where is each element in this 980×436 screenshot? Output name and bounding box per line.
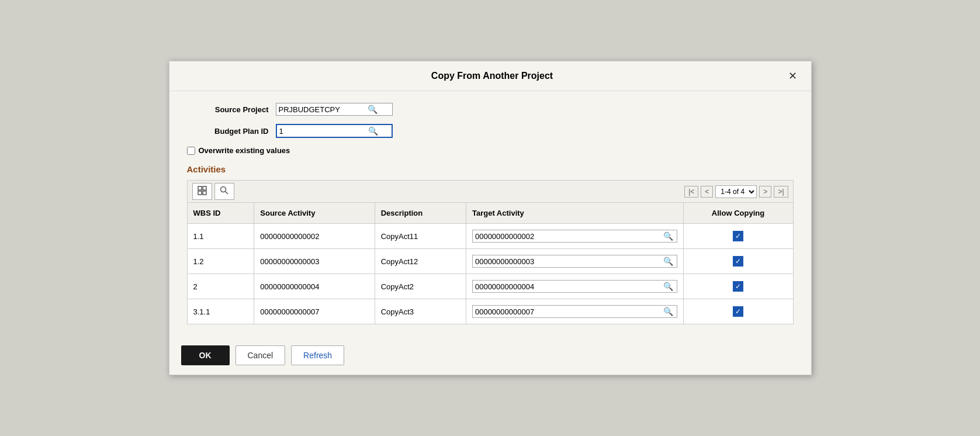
- overwrite-label: Overwrite existing values: [199, 146, 290, 155]
- cell-allow-copying-1: ✓: [683, 249, 793, 274]
- ok-button[interactable]: OK: [181, 345, 230, 365]
- cell-description-0: CopyAct11: [375, 224, 466, 249]
- target-activity-input-3[interactable]: [475, 307, 662, 316]
- budget-plan-id-row: Budget Plan ID 🔍: [187, 124, 794, 138]
- table-row: 2 00000000000004 CopyAct2 🔍 ✓: [187, 274, 793, 299]
- svg-rect-2: [198, 191, 202, 195]
- overwrite-row: Overwrite existing values: [187, 146, 794, 155]
- search-toolbar-button[interactable]: [214, 183, 234, 200]
- page-select[interactable]: 1-4 of 4: [715, 185, 757, 198]
- toolbar-right-pagination: |< < 1-4 of 4 > >|: [684, 185, 788, 198]
- table-header-row: WBS ID Source Activity Description Targe…: [187, 203, 793, 224]
- cell-wbs-id-1: 1.2: [187, 249, 254, 274]
- source-project-input[interactable]: [279, 105, 366, 114]
- col-header-source-activity: Source Activity: [254, 203, 375, 224]
- target-activity-field-3: 🔍: [472, 305, 677, 318]
- search-toolbar-icon: [220, 186, 229, 195]
- cell-allow-copying-0: ✓: [683, 224, 793, 249]
- grid-icon: [198, 186, 207, 195]
- dialog-header: Copy From Another Project ✕: [169, 61, 811, 91]
- target-activity-search-icon-1[interactable]: 🔍: [662, 257, 674, 266]
- cell-source-activity-0: 00000000000002: [254, 224, 375, 249]
- table-row: 3.1.1 00000000000007 CopyAct3 🔍 ✓: [187, 299, 793, 324]
- svg-rect-1: [203, 186, 206, 190]
- source-project-field: 🔍: [276, 103, 393, 116]
- cell-source-activity-2: 00000000000004: [254, 274, 375, 299]
- cell-target-activity-2: 🔍: [466, 274, 683, 299]
- last-page-button[interactable]: >|: [774, 186, 788, 198]
- cell-source-activity-1: 00000000000003: [254, 249, 375, 274]
- svg-rect-3: [203, 191, 206, 195]
- target-activity-search-icon-3[interactable]: 🔍: [662, 307, 674, 316]
- budget-plan-id-search-icon[interactable]: 🔍: [367, 126, 379, 136]
- cell-target-activity-1: 🔍: [466, 249, 683, 274]
- cancel-button[interactable]: Cancel: [236, 345, 286, 365]
- close-button[interactable]: ✕: [786, 70, 799, 82]
- cell-allow-copying-3: ✓: [683, 299, 793, 324]
- copy-from-another-project-dialog: Copy From Another Project ✕ Source Proje…: [169, 61, 812, 375]
- cell-allow-copying-2: ✓: [683, 274, 793, 299]
- source-project-search-icon[interactable]: 🔍: [366, 105, 379, 114]
- table-row: 1.1 00000000000002 CopyAct11 🔍 ✓: [187, 224, 793, 249]
- cell-target-activity-0: 🔍: [466, 224, 683, 249]
- source-project-row: Source Project 🔍: [187, 103, 794, 116]
- col-header-allow-copying: Allow Copying: [683, 203, 793, 224]
- activities-section-title: Activities: [187, 164, 794, 174]
- dialog-body: Source Project 🔍 Budget Plan ID 🔍 Overwr…: [169, 91, 811, 336]
- svg-line-5: [225, 192, 228, 195]
- target-activity-search-icon-2[interactable]: 🔍: [662, 282, 674, 291]
- target-activity-input-0[interactable]: [475, 232, 662, 241]
- target-activity-search-icon-0[interactable]: 🔍: [662, 231, 674, 241]
- col-header-description: Description: [375, 203, 466, 224]
- overwrite-checkbox[interactable]: [187, 147, 195, 155]
- cell-description-2: CopyAct2: [375, 274, 466, 299]
- next-page-button[interactable]: >: [759, 186, 771, 198]
- cell-wbs-id-2: 2: [187, 274, 254, 299]
- budget-plan-id-input[interactable]: [279, 127, 367, 136]
- allow-copying-checkbox-1[interactable]: ✓: [733, 256, 743, 267]
- activities-table: WBS ID Source Activity Description Targe…: [187, 202, 794, 324]
- toolbar-left-buttons: [192, 183, 234, 200]
- target-activity-field-1: 🔍: [472, 255, 677, 268]
- cell-wbs-id-0: 1.1: [187, 224, 254, 249]
- target-activity-field-0: 🔍: [472, 230, 677, 243]
- cell-description-3: CopyAct3: [375, 299, 466, 324]
- cell-source-activity-3: 00000000000007: [254, 299, 375, 324]
- svg-point-4: [220, 187, 226, 192]
- target-activity-input-2[interactable]: [475, 282, 662, 291]
- grid-view-button[interactable]: [192, 183, 212, 200]
- allow-copying-checkbox-2[interactable]: ✓: [733, 281, 743, 292]
- table-row: 1.2 00000000000003 CopyAct12 🔍 ✓: [187, 249, 793, 274]
- first-page-button[interactable]: |<: [684, 186, 698, 198]
- cell-target-activity-3: 🔍: [466, 299, 683, 324]
- dialog-footer: OK Cancel Refresh: [169, 336, 811, 375]
- source-project-label: Source Project: [187, 105, 269, 114]
- refresh-button[interactable]: Refresh: [291, 345, 344, 365]
- allow-copying-checkbox-3[interactable]: ✓: [733, 306, 743, 317]
- dialog-title: Copy From Another Project: [199, 71, 786, 81]
- col-header-target-activity: Target Activity: [466, 203, 683, 224]
- svg-rect-0: [198, 186, 202, 190]
- cell-wbs-id-3: 3.1.1: [187, 299, 254, 324]
- target-activity-input-1[interactable]: [475, 257, 662, 266]
- target-activity-field-2: 🔍: [472, 280, 677, 293]
- budget-plan-id-field: 🔍: [276, 124, 393, 138]
- col-header-wbs-id: WBS ID: [187, 203, 254, 224]
- activities-toolbar: |< < 1-4 of 4 > >|: [187, 180, 794, 202]
- allow-copying-checkbox-0[interactable]: ✓: [733, 231, 743, 241]
- prev-page-button[interactable]: <: [701, 186, 713, 198]
- cell-description-1: CopyAct12: [375, 249, 466, 274]
- budget-plan-id-label: Budget Plan ID: [187, 127, 269, 136]
